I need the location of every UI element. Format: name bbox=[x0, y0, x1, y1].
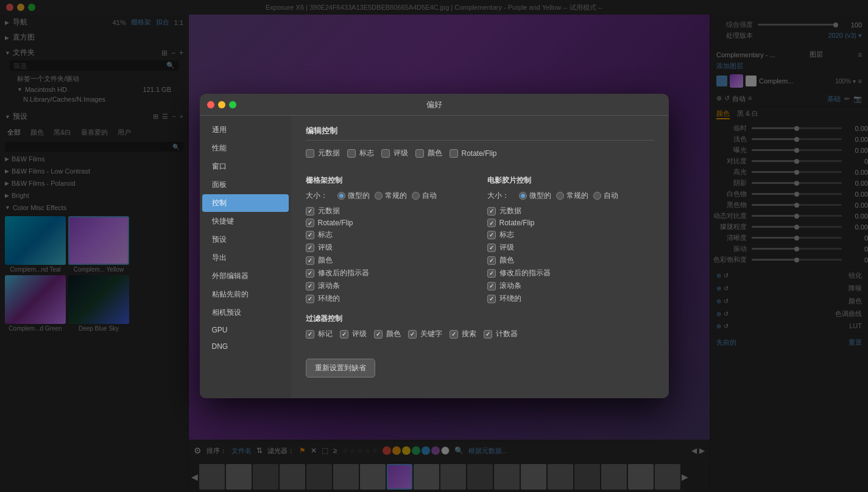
filter-cb-search-box[interactable] bbox=[450, 330, 458, 339]
edit-checkbox-rotate[interactable]: Rotate/Flip bbox=[450, 148, 497, 158]
nav-dng[interactable]: DNG bbox=[202, 339, 289, 354]
dialog-minimize-button[interactable] bbox=[218, 101, 225, 108]
nav-panels[interactable]: 面板 bbox=[202, 176, 289, 194]
grid-size-normal-radio[interactable] bbox=[375, 192, 383, 200]
filmstrip-size-normal-radio[interactable] bbox=[556, 192, 564, 200]
grid-col: 栅格架控制 大小： 微型的 常规的 bbox=[306, 168, 473, 306]
filter-cb-counter-box[interactable] bbox=[484, 330, 492, 339]
filmstrip-cb-rotate[interactable]: Rotate/Flip bbox=[487, 219, 654, 227]
edit-checkbox-metadata[interactable]: 元数据 bbox=[306, 148, 340, 158]
dialog-overlay[interactable]: 偏好 通用 性能 窗口 面板 控制 快捷键 预设 导出 外部编辑器 粘贴先前的 … bbox=[0, 0, 868, 492]
filmstrip-size-normal[interactable]: 常规的 bbox=[556, 191, 588, 201]
filmstrip-cb-wrap-box[interactable] bbox=[487, 295, 496, 303]
reset-to-default-button[interactable]: 重新设置到缺省 bbox=[306, 359, 375, 378]
edit-controls-checkboxes: 元数据 标志 评级 颜色 bbox=[306, 148, 654, 158]
dialog-nav: 通用 性能 窗口 面板 控制 快捷键 预设 导出 外部编辑器 粘贴先前的 相机预… bbox=[200, 116, 291, 398]
edit-cb-flag-box[interactable] bbox=[347, 149, 356, 158]
grid-cb-wrap[interactable]: 环绕的 bbox=[306, 293, 473, 304]
filmstrip-cb-color[interactable]: 颜色 bbox=[487, 255, 654, 265]
filmstrip-cb-metadata-box[interactable] bbox=[487, 207, 496, 216]
edit-cb-rotate-box[interactable] bbox=[450, 149, 458, 158]
grid-controls-title: 栅格架控制 bbox=[306, 175, 473, 186]
filter-cb-flag[interactable]: 标记 bbox=[306, 329, 333, 339]
filter-cb-search[interactable]: 搜索 bbox=[450, 329, 476, 339]
filter-cb-keyword[interactable]: 关键字 bbox=[408, 329, 442, 339]
grid-size-small[interactable]: 微型的 bbox=[337, 191, 370, 201]
filter-cb-rating[interactable]: 评级 bbox=[340, 329, 367, 339]
grid-size-auto[interactable]: 自动 bbox=[412, 191, 437, 201]
edit-cb-metadata-box[interactable] bbox=[306, 149, 314, 158]
filmstrip-cb-scroll-box[interactable] bbox=[487, 282, 496, 290]
dialog-window-controls[interactable] bbox=[207, 101, 236, 108]
filter-cb-color-box[interactable] bbox=[374, 330, 383, 339]
nav-external-editor[interactable]: 外部编辑器 bbox=[202, 267, 289, 285]
nav-paste-previous[interactable]: 粘贴先前的 bbox=[202, 286, 289, 303]
grid-cb-scroll[interactable]: 滚动条 bbox=[306, 281, 473, 291]
filter-cb-color[interactable]: 颜色 bbox=[374, 329, 401, 339]
nav-general[interactable]: 通用 bbox=[202, 121, 289, 139]
edit-cb-flag-label: 标志 bbox=[359, 148, 374, 158]
edit-checkbox-color[interactable]: 颜色 bbox=[415, 148, 442, 158]
grid-cb-rotate-box[interactable] bbox=[306, 219, 314, 227]
edit-cb-rating-box[interactable] bbox=[381, 149, 390, 158]
edit-cb-color-label: 颜色 bbox=[428, 148, 442, 158]
grid-cb-flag[interactable]: 标志 bbox=[306, 230, 473, 240]
filmstrip-cb-rating-box[interactable] bbox=[487, 244, 496, 252]
filmstrip-cb-flag-box[interactable] bbox=[487, 231, 496, 239]
grid-cb-flag-box[interactable] bbox=[306, 231, 314, 239]
filter-controls-title: 过滤器控制 bbox=[306, 314, 654, 324]
nav-gpu[interactable]: GPU bbox=[202, 322, 289, 338]
edit-cb-color-box[interactable] bbox=[415, 149, 424, 158]
grid-size-small-radio[interactable] bbox=[337, 192, 345, 200]
filmstrip-size-small[interactable]: 微型的 bbox=[519, 191, 551, 201]
edit-checkbox-flag[interactable]: 标志 bbox=[347, 148, 374, 158]
filmstrip-cb-flag[interactable]: 标志 bbox=[487, 230, 654, 240]
nav-presets[interactable]: 预设 bbox=[202, 231, 289, 248]
filmstrip-cb-rating[interactable]: 评级 bbox=[487, 242, 654, 253]
grid-cb-rating-box[interactable] bbox=[306, 244, 314, 252]
nav-performance[interactable]: 性能 bbox=[202, 139, 289, 157]
grid-cb-rotate[interactable]: Rotate/Flip bbox=[306, 219, 473, 227]
edit-checkbox-rating[interactable]: 评级 bbox=[381, 148, 408, 158]
grid-size-normal[interactable]: 常规的 bbox=[375, 191, 407, 201]
filmstrip-cb-color-box[interactable] bbox=[487, 256, 496, 265]
filter-cb-flag-box[interactable] bbox=[306, 330, 314, 339]
grid-cb-modified-box[interactable] bbox=[306, 269, 314, 278]
filter-cb-keyword-box[interactable] bbox=[408, 330, 417, 339]
filmstrip-size-small-radio[interactable] bbox=[519, 192, 527, 200]
grid-filmstrip-cols: 栅格架控制 大小： 微型的 常规的 bbox=[306, 168, 654, 306]
filter-cb-counter[interactable]: 计数器 bbox=[484, 329, 518, 339]
grid-size-group: 大小： 微型的 常规的 自动 bbox=[306, 191, 473, 201]
grid-cb-wrap-box[interactable] bbox=[306, 295, 314, 303]
nav-shortcuts[interactable]: 快捷键 bbox=[202, 213, 289, 230]
filmstrip-cb-scroll[interactable]: 滚动条 bbox=[487, 281, 654, 291]
nav-window[interactable]: 窗口 bbox=[202, 158, 289, 175]
filmstrip-cb-modified[interactable]: 修改后的指示器 bbox=[487, 268, 654, 278]
grid-cb-rating[interactable]: 评级 bbox=[306, 242, 473, 253]
nav-export[interactable]: 导出 bbox=[202, 249, 289, 267]
grid-size-auto-radio[interactable] bbox=[412, 192, 420, 200]
dialog-body: 通用 性能 窗口 面板 控制 快捷键 预设 导出 外部编辑器 粘贴先前的 相机预… bbox=[200, 116, 669, 398]
nav-camera-presets[interactable]: 相机预设 bbox=[202, 304, 289, 322]
grid-cb-modified[interactable]: 修改后的指示器 bbox=[306, 268, 473, 278]
dialog-close-button[interactable] bbox=[207, 101, 214, 108]
dialog-title: 偏好 bbox=[426, 99, 442, 110]
edit-controls-title: 编辑控制 bbox=[306, 125, 654, 141]
dialog-maximize-button[interactable] bbox=[229, 101, 236, 108]
filmstrip-cb-metadata[interactable]: 元数据 bbox=[487, 206, 654, 216]
grid-cb-scroll-box[interactable] bbox=[306, 282, 314, 290]
nav-controls[interactable]: 控制 bbox=[202, 194, 289, 212]
grid-cb-metadata[interactable]: 元数据 bbox=[306, 206, 473, 216]
filmstrip-cb-rotate-box[interactable] bbox=[487, 219, 496, 227]
grid-cb-color-box[interactable] bbox=[306, 256, 314, 265]
filter-cb-rating-box[interactable] bbox=[340, 330, 348, 339]
filmstrip-size-auto[interactable]: 自动 bbox=[593, 191, 618, 201]
edit-cb-metadata-label: 元数据 bbox=[318, 148, 340, 158]
edit-cb-rotate-label: Rotate/Flip bbox=[462, 149, 497, 158]
grid-cb-metadata-box[interactable] bbox=[306, 207, 314, 216]
filmstrip-cb-wrap[interactable]: 环绕的 bbox=[487, 293, 654, 304]
grid-cb-color[interactable]: 颜色 bbox=[306, 255, 473, 265]
filmstrip-cb-modified-box[interactable] bbox=[487, 269, 496, 278]
filmstrip-size-auto-radio[interactable] bbox=[593, 192, 601, 200]
dialog-titlebar: 偏好 bbox=[200, 94, 669, 116]
